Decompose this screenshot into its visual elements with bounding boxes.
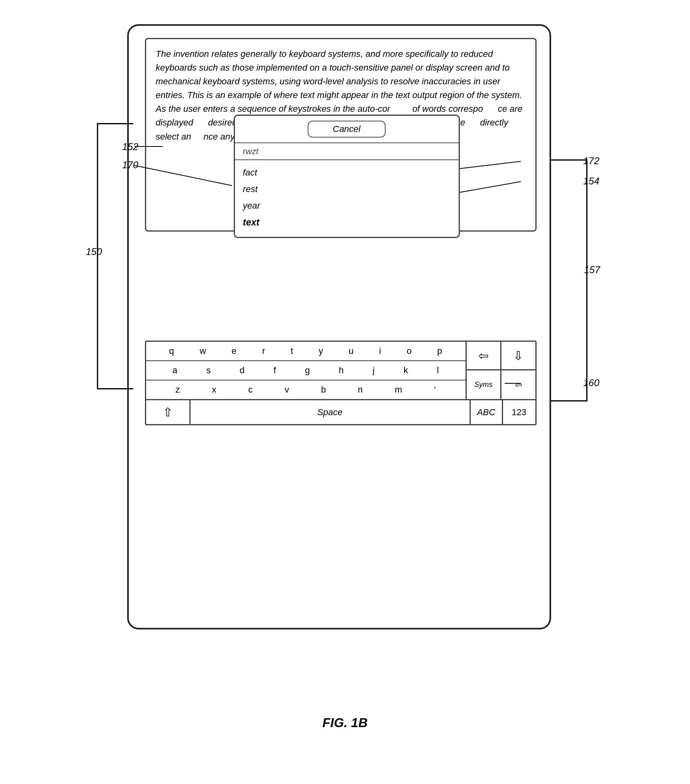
key-row-3: z x c v b n m '	[146, 381, 466, 399]
device-frame: The invention relates generally to keybo…	[127, 24, 551, 629]
label-172: 172	[583, 155, 599, 167]
keyboard-main-rows: q w e r t y u i o p a s d	[146, 342, 535, 399]
key-d[interactable]: d	[237, 364, 247, 376]
abc-key[interactable]: ABC	[471, 400, 503, 424]
key-t[interactable]: t	[288, 345, 296, 357]
num-label: 123	[512, 407, 526, 418]
key-a[interactable]: a	[170, 364, 180, 376]
key-row-2: a s d f g h j k l	[146, 361, 466, 381]
key-m[interactable]: m	[392, 384, 405, 396]
syms-key[interactable]: Syms	[467, 370, 502, 399]
cancel-button-row: Cancel	[235, 116, 459, 143]
list-item-selected[interactable]: text	[243, 214, 451, 231]
backspace-icon: ⇦	[478, 349, 489, 363]
fig-caption: FIG. 1B	[63, 715, 628, 730]
key-z[interactable]: z	[173, 384, 182, 396]
label-170: 170	[122, 159, 138, 171]
enter-icon: ⇩	[513, 349, 523, 363]
keyboard-side: ⇦ ⇩ Syms ⇦	[467, 342, 535, 399]
key-r[interactable]: r	[260, 345, 267, 357]
label-160: 160	[583, 377, 599, 389]
key-h[interactable]: h	[336, 364, 346, 376]
list-item[interactable]: rest	[243, 181, 451, 197]
autocorrect-input-text: rwzt	[243, 146, 259, 156]
key-g[interactable]: g	[302, 364, 312, 376]
key-q[interactable]: q	[167, 345, 176, 357]
label-150: 150	[86, 246, 102, 257]
keyboard-region: q w e r t y u i o p a s d	[145, 341, 537, 425]
space-label: Space	[317, 407, 342, 418]
num-key[interactable]: 123	[503, 400, 535, 424]
backspace-key[interactable]: ⇦	[467, 342, 502, 369]
key-i[interactable]: i	[377, 345, 384, 357]
key-e[interactable]: e	[229, 345, 239, 357]
key-n[interactable]: n	[355, 384, 365, 396]
enter-key[interactable]: ⇩	[501, 342, 535, 369]
keyboard-alpha: q w e r t y u i o p a s d	[146, 342, 467, 399]
keyboard-bottom-row: ⇧ Space ABC 123	[146, 399, 535, 424]
autocorrect-input-row: rwzt	[235, 143, 459, 160]
key-k[interactable]: k	[401, 364, 410, 376]
syms-label: Syms	[474, 381, 493, 389]
list-item[interactable]: year	[243, 197, 451, 214]
word-list: fact rest year text	[235, 160, 459, 237]
abc-label: ABC	[477, 407, 495, 418]
key-f[interactable]: f	[271, 364, 278, 376]
page-container: The invention relates generally to keybo…	[63, 16, 628, 742]
autocorrect-overlay: Cancel rwzt fact rest year text	[234, 115, 460, 238]
key-v[interactable]: v	[282, 384, 292, 396]
list-item[interactable]: fact	[243, 164, 451, 181]
shift-icon: ⇧	[163, 405, 173, 419]
caps-key[interactable]: ⇦	[501, 370, 535, 399]
key-o[interactable]: o	[404, 345, 414, 357]
cancel-button[interactable]: Cancel	[308, 121, 385, 138]
label-154: 154	[583, 176, 599, 187]
caps-icon: ⇦	[515, 380, 522, 390]
space-key[interactable]: Space	[191, 400, 471, 424]
key-s[interactable]: s	[204, 364, 213, 376]
shift-key[interactable]: ⇧	[146, 400, 191, 424]
key-apostrophe[interactable]: '	[432, 384, 438, 396]
key-c[interactable]: c	[246, 384, 255, 396]
bracket-157	[551, 159, 587, 401]
key-j[interactable]: j	[370, 364, 377, 376]
key-x[interactable]: x	[210, 384, 219, 396]
key-y[interactable]: y	[316, 345, 325, 357]
label-152: 152	[122, 141, 138, 153]
key-b[interactable]: b	[319, 384, 328, 396]
key-row-1: q w e r t y u i o p	[146, 342, 466, 361]
key-p[interactable]: p	[435, 345, 445, 357]
side-top: ⇦ ⇩	[467, 342, 535, 370]
label-157: 157	[584, 264, 600, 276]
key-u[interactable]: u	[346, 345, 356, 357]
side-bottom: Syms ⇦	[467, 370, 535, 399]
key-w[interactable]: w	[197, 345, 208, 357]
key-l[interactable]: l	[434, 364, 441, 376]
